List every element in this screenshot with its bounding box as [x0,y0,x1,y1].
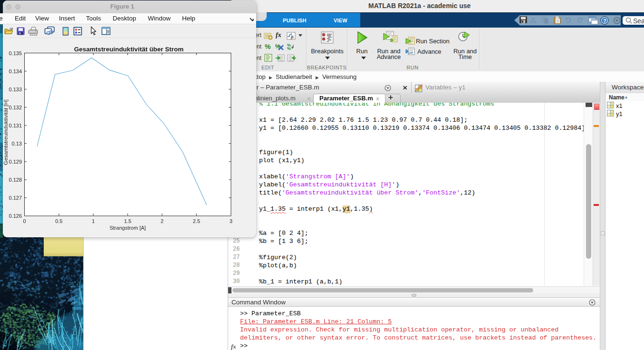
svg-text:fi: fi [291,35,294,39]
svg-text:%: % [265,43,271,50]
svg-text:?: ? [603,18,606,24]
svg-text:%: % [287,46,291,50]
